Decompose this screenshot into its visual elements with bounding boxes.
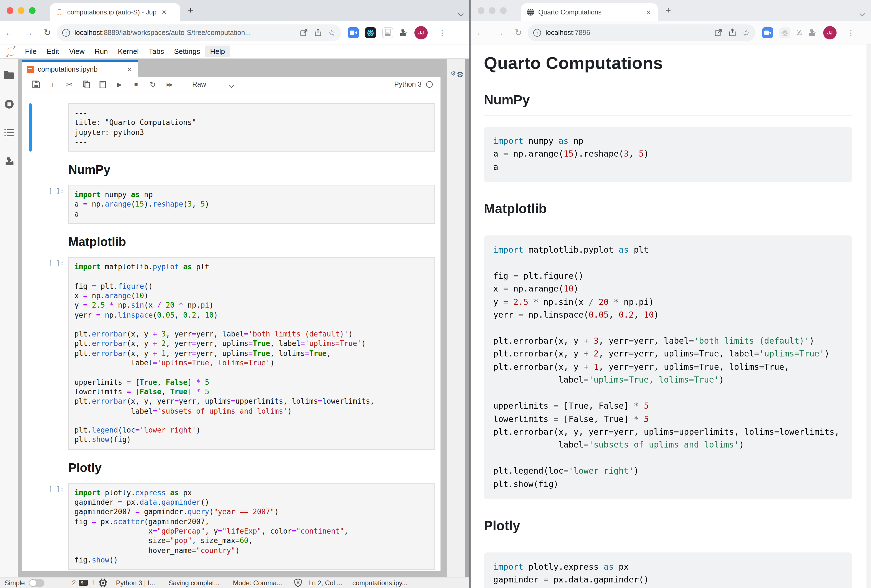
- status-filename[interactable]: computations.ipy...: [352, 579, 407, 587]
- bookmark-star-icon[interactable]: ☆: [742, 27, 750, 37]
- plotly-cell-editor[interactable]: import plotly.express as pxgapminder = p…: [68, 483, 435, 570]
- forward-icon[interactable]: →: [490, 27, 509, 37]
- code-cell-numpy[interactable]: [ ]: import numpy as npa = np.arange(15)…: [22, 185, 440, 224]
- profile-avatar[interactable]: JJ: [415, 26, 428, 39]
- code-cell-matplotlib[interactable]: [ ]: import matplotlib.pyplot as plt fig…: [22, 257, 440, 449]
- z-extension-icon[interactable]: Z: [796, 28, 802, 37]
- video-call-extension-icon[interactable]: [348, 27, 359, 38]
- raw-cell-editor[interactable]: --- title: "Quarto Computations" jupyter…: [68, 103, 435, 152]
- browser-menu-dots-icon[interactable]: ⋮: [847, 28, 855, 37]
- back-icon[interactable]: ←: [0, 27, 19, 37]
- command-mode-status[interactable]: Mode: Comma...: [233, 579, 282, 587]
- forward-icon[interactable]: →: [19, 27, 38, 37]
- menu-edit[interactable]: Edit: [42, 46, 64, 57]
- react-devtools-extension-icon[interactable]: [779, 27, 790, 38]
- kernel-name[interactable]: Python 3: [394, 81, 422, 88]
- interrupt-kernel-icon[interactable]: ■: [128, 81, 144, 88]
- terminal-icon: $_: [79, 580, 88, 586]
- extension-manager-icon[interactable]: [4, 157, 13, 166]
- kernel-status-icon[interactable]: [426, 81, 433, 88]
- markdown-heading-matplotlib[interactable]: Matplotlib: [68, 235, 435, 249]
- section-heading-numpy: NumPy: [484, 92, 852, 115]
- new-tab-button[interactable]: +: [188, 5, 193, 16]
- minimize-window-button[interactable]: [489, 7, 495, 14]
- site-info-icon[interactable]: i: [62, 28, 70, 36]
- simple-mode-toggle[interactable]: [28, 579, 44, 587]
- share-icon[interactable]: [729, 28, 736, 37]
- site-info-icon[interactable]: i: [533, 28, 541, 36]
- open-in-new-icon[interactable]: [714, 28, 722, 36]
- matplotlib-code-block: import matplotlib.pyplot as plt fig = pl…: [484, 236, 852, 499]
- cell-type-caret-icon[interactable]: [229, 79, 233, 90]
- profile-avatar[interactable]: JJ: [823, 26, 837, 39]
- react-devtools-extension-icon[interactable]: [365, 27, 376, 38]
- markdown-heading-plotly[interactable]: Plotly: [68, 461, 435, 475]
- menu-settings[interactable]: Settings: [169, 46, 205, 57]
- video-call-extension-icon[interactable]: [762, 27, 773, 38]
- page-title: Quarto Computations: [484, 53, 852, 73]
- menu-help[interactable]: Help: [205, 46, 230, 57]
- trust-shield-icon[interactable]: [295, 579, 302, 587]
- menu-view[interactable]: View: [64, 46, 90, 57]
- extension-icons: JJ ⋮: [348, 26, 446, 39]
- cut-cells-icon[interactable]: ✂: [61, 80, 78, 89]
- document-extension-icon[interactable]: [382, 27, 393, 38]
- run-cell-icon[interactable]: ▶: [111, 81, 128, 88]
- bookmark-star-icon[interactable]: ☆: [328, 27, 335, 37]
- menu-kernel[interactable]: Kernel: [113, 46, 144, 57]
- jupyterlab-main-area: computations.ipynb ✕ + ✂ ▶ ■ ↻ ▶▶ Raw Py…: [0, 59, 469, 577]
- reload-icon[interactable]: ↻: [509, 27, 528, 38]
- minimize-window-button[interactable]: [18, 7, 24, 14]
- menu-tabs[interactable]: Tabs: [144, 46, 169, 57]
- saving-status[interactable]: Saving complet...: [168, 579, 219, 587]
- kernel-count[interactable]: 1: [91, 579, 95, 587]
- file-browser-icon[interactable]: [4, 71, 14, 79]
- save-icon[interactable]: [28, 81, 45, 88]
- add-cell-icon[interactable]: +: [45, 80, 61, 89]
- terminal-count[interactable]: 2: [72, 579, 76, 587]
- reload-icon[interactable]: ↻: [38, 27, 57, 38]
- paste-cells-icon[interactable]: [94, 81, 111, 88]
- numpy-cell-editor[interactable]: import numpy as npa = np.arange(15).resh…: [68, 185, 435, 224]
- open-in-new-icon[interactable]: [300, 28, 307, 36]
- restart-kernel-icon[interactable]: ↻: [144, 80, 161, 88]
- menu-file[interactable]: File: [20, 46, 42, 57]
- browser-menu-dots-icon[interactable]: ⋮: [438, 28, 446, 37]
- browser-tab-jupyter[interactable]: computations.ip (auto-S) - Jup ✕: [50, 3, 180, 21]
- close-notebook-tab-icon[interactable]: ✕: [126, 66, 133, 73]
- table-of-contents-icon[interactable]: [4, 129, 13, 137]
- close-window-button[interactable]: [7, 7, 13, 14]
- zoom-window-button[interactable]: [29, 7, 36, 14]
- zoom-window-button[interactable]: [500, 7, 507, 14]
- left-tab-strip: computations.ip (auto-S) - Jup ✕ +: [0, 0, 469, 21]
- browser-tab-quarto[interactable]: Quarto Computations ✕: [521, 3, 658, 21]
- traffic-lights: [0, 7, 41, 14]
- address-bar[interactable]: i localhost:7896 ☆: [528, 24, 756, 41]
- markdown-heading-numpy[interactable]: NumPy: [68, 163, 435, 177]
- menu-run[interactable]: Run: [90, 46, 113, 57]
- cell-type-dropdown[interactable]: Raw: [192, 81, 206, 88]
- address-bar[interactable]: i localhost:8889/lab/workspaces/auto-S/t…: [57, 24, 341, 41]
- share-icon[interactable]: [314, 28, 321, 37]
- close-tab-icon[interactable]: ✕: [645, 9, 652, 16]
- code-cell-plotly[interactable]: [ ]: import plotly.express as pxgapminde…: [22, 483, 440, 570]
- extensions-puzzle-icon[interactable]: [808, 28, 817, 37]
- tab-search-chevron-icon[interactable]: [861, 8, 864, 18]
- close-window-button[interactable]: [478, 7, 484, 14]
- matplotlib-cell-editor[interactable]: import matplotlib.pyplot as plt fig = pl…: [68, 257, 435, 449]
- page-scrollbar[interactable]: [867, 45, 871, 588]
- close-tab-icon[interactable]: ✕: [160, 9, 168, 16]
- cursor-position[interactable]: Ln 2, Col ...: [308, 579, 343, 587]
- copy-cells-icon[interactable]: [78, 81, 94, 88]
- new-tab-button[interactable]: +: [666, 5, 671, 16]
- notebook-dock-tab[interactable]: computations.ipynb ✕: [22, 60, 138, 77]
- back-icon[interactable]: ←: [471, 27, 490, 37]
- kernel-status-text[interactable]: Python 3 | I...: [116, 579, 155, 587]
- running-kernels-icon[interactable]: [4, 99, 13, 109]
- restart-run-all-icon[interactable]: ▶▶: [161, 82, 178, 87]
- tab-search-chevron-icon[interactable]: [459, 8, 463, 18]
- extensions-puzzle-icon[interactable]: [400, 28, 408, 37]
- simple-mode-label: Simple: [4, 579, 25, 587]
- property-inspector-gears-icon[interactable]: ⚙⚙: [450, 68, 464, 78]
- raw-cell[interactable]: --- title: "Quarto Computations" jupyter…: [22, 103, 440, 152]
